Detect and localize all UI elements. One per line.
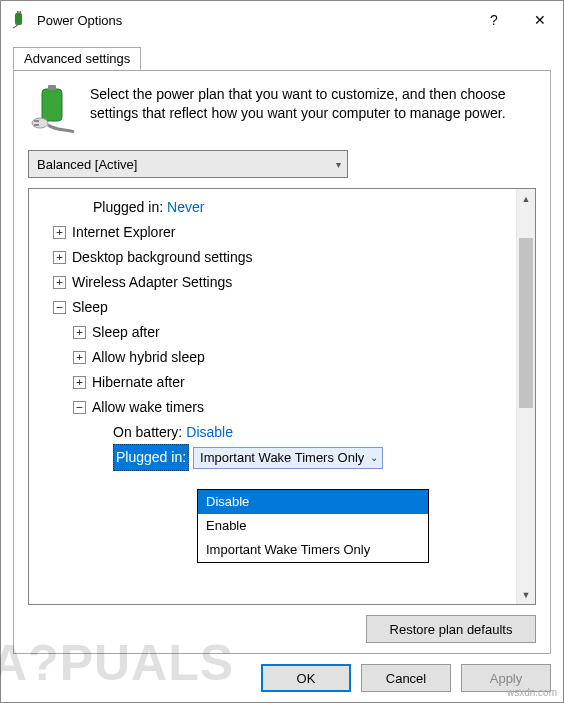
scroll-up-icon[interactable]: ▲ bbox=[517, 189, 535, 208]
apply-button[interactable]: Apply bbox=[461, 664, 551, 692]
description-text: Select the power plan that you want to c… bbox=[90, 85, 536, 136]
window-title: Power Options bbox=[37, 13, 471, 28]
tree-on-battery[interactable]: On battery: Disable bbox=[29, 420, 516, 445]
tree-value-link[interactable]: Never bbox=[167, 195, 204, 220]
wake-timers-dropdown-list[interactable]: Disable Enable Important Wake Timers Onl… bbox=[197, 489, 429, 563]
tree-label: Plugged in: bbox=[93, 195, 163, 220]
tree-sleep[interactable]: − Sleep bbox=[29, 295, 516, 320]
tab-page: Select the power plan that you want to c… bbox=[13, 70, 551, 654]
description-row: Select the power plan that you want to c… bbox=[28, 85, 536, 136]
power-options-icon bbox=[11, 11, 29, 29]
expand-icon[interactable]: + bbox=[53, 226, 66, 239]
dropdown-option-enable[interactable]: Enable bbox=[198, 514, 428, 538]
expand-icon[interactable]: + bbox=[73, 326, 86, 339]
tree-plugged-in-wake[interactable]: Plugged in: Important Wake Timers Only ⌄ bbox=[29, 445, 516, 470]
help-button[interactable]: ? bbox=[471, 1, 517, 39]
expand-icon[interactable]: + bbox=[53, 251, 66, 264]
titlebar: Power Options ? ✕ bbox=[1, 1, 563, 39]
close-button[interactable]: ✕ bbox=[517, 1, 563, 39]
svg-rect-3 bbox=[42, 89, 62, 121]
expand-icon[interactable]: + bbox=[73, 376, 86, 389]
svg-rect-0 bbox=[15, 13, 22, 25]
ok-button[interactable]: OK bbox=[261, 664, 351, 692]
tree-label-selected: Plugged in: bbox=[116, 449, 186, 465]
tree-allow-wake-timers[interactable]: − Allow wake timers bbox=[29, 395, 516, 420]
scroll-down-icon[interactable]: ▼ bbox=[517, 585, 535, 604]
tree-wireless-adapter[interactable]: + Wireless Adapter Settings bbox=[29, 270, 516, 295]
restore-plan-defaults-button[interactable]: Restore plan defaults bbox=[366, 615, 536, 643]
settings-tree-container: Plugged in: Never + Internet Explorer + … bbox=[28, 188, 536, 605]
scroll-track[interactable] bbox=[517, 208, 535, 585]
dropdown-option-disable[interactable]: Disable bbox=[198, 490, 428, 514]
tab-advanced-settings[interactable]: Advanced settings bbox=[13, 47, 141, 70]
tree-internet-explorer[interactable]: + Internet Explorer bbox=[29, 220, 516, 245]
tree-sleep-after[interactable]: + Sleep after bbox=[29, 320, 516, 345]
power-options-window: Power Options ? ✕ Advanced settings bbox=[0, 0, 564, 703]
collapse-icon[interactable]: − bbox=[53, 301, 66, 314]
scroll-thumb[interactable] bbox=[519, 238, 533, 408]
svg-rect-7 bbox=[34, 120, 39, 122]
collapse-icon[interactable]: − bbox=[73, 401, 86, 414]
svg-rect-2 bbox=[20, 11, 22, 14]
wake-timers-plugged-dropdown[interactable]: Important Wake Timers Only ⌄ bbox=[193, 447, 383, 469]
dropdown-option-important[interactable]: Important Wake Timers Only bbox=[198, 538, 428, 562]
chevron-down-icon: ▾ bbox=[336, 159, 341, 170]
client-area: Advanced settings Select the power plan … bbox=[1, 39, 563, 702]
svg-rect-1 bbox=[17, 11, 19, 14]
tree-scrollbar[interactable]: ▲ ▼ bbox=[516, 189, 535, 604]
tree-allow-hybrid-sleep[interactable]: + Allow hybrid sleep bbox=[29, 345, 516, 370]
tree-desktop-background[interactable]: + Desktop background settings bbox=[29, 245, 516, 270]
battery-plug-icon bbox=[28, 85, 76, 136]
tab-header: Advanced settings bbox=[13, 47, 551, 71]
tree-value-link[interactable]: Disable bbox=[186, 420, 233, 445]
expand-icon[interactable]: + bbox=[53, 276, 66, 289]
dialog-buttons: OK Cancel Apply bbox=[13, 654, 551, 692]
expand-icon[interactable]: + bbox=[73, 351, 86, 364]
svg-rect-5 bbox=[48, 85, 56, 90]
power-plan-selected: Balanced [Active] bbox=[37, 157, 137, 172]
svg-rect-8 bbox=[34, 124, 39, 126]
tree-hibernate-after[interactable]: + Hibernate after bbox=[29, 370, 516, 395]
chevron-down-icon: ⌄ bbox=[370, 445, 378, 470]
svg-point-6 bbox=[32, 118, 48, 128]
wake-timers-plugged-value: Important Wake Timers Only bbox=[200, 445, 364, 470]
tree-label: On battery: bbox=[113, 420, 182, 445]
power-plan-dropdown[interactable]: Balanced [Active] ▾ bbox=[28, 150, 348, 178]
restore-row: Restore plan defaults bbox=[28, 615, 536, 643]
cancel-button[interactable]: Cancel bbox=[361, 664, 451, 692]
tree-plugged-in-top[interactable]: Plugged in: Never bbox=[29, 195, 516, 220]
